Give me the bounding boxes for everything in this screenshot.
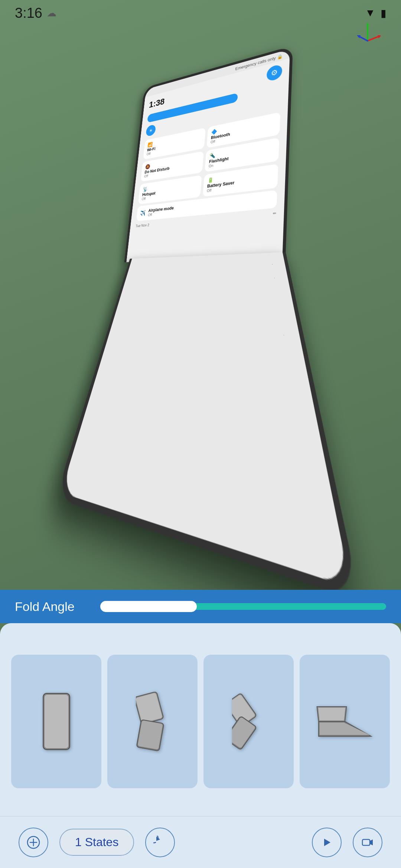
axes-icon: [355, 20, 381, 46]
thumbnails-row: [0, 623, 401, 816]
reset-button[interactable]: [145, 828, 175, 857]
phone-lower: [55, 252, 361, 602]
thumbnail-more-fold[interactable]: [203, 655, 294, 788]
svg-marker-5: [357, 35, 361, 38]
status-time: 3:16: [15, 5, 42, 21]
thumbnail-table-mode[interactable]: [300, 655, 390, 788]
toolbar-left: 1 States: [19, 828, 175, 857]
play-button[interactable]: [312, 828, 342, 857]
screen-edit-icon: ✏: [273, 211, 277, 216]
fold-angle-thumb[interactable]: [100, 601, 197, 612]
cloud-icon: ☁: [47, 7, 56, 19]
bottom-toolbar: 1 States: [0, 816, 401, 868]
screen-time: 1:38: [149, 96, 165, 110]
states-pill[interactable]: 1 States: [59, 829, 134, 856]
states-label: 1 States: [75, 835, 118, 849]
phone-screen-lower: [61, 252, 351, 588]
phone-upper: Emergency calls only 🔒 1:38 ⚙ ☀ �: [124, 46, 293, 262]
svg-marker-19: [319, 723, 369, 735]
phone-mockup: Emergency calls only 🔒 1:38 ⚙ ☀ �: [103, 43, 300, 494]
screen-date: Tue Nov 2: [136, 223, 150, 228]
bottom-panel: 1 States: [0, 623, 401, 868]
thumb-phone-slight-fold: [136, 692, 169, 751]
svg-line-2: [368, 36, 380, 41]
svg-rect-11: [137, 720, 163, 750]
svg-rect-25: [362, 839, 370, 845]
toolbar-right: [312, 828, 382, 857]
status-bar: 3:16 ☁ ▼ ▮: [0, 0, 401, 26]
thumbnail-flat[interactable]: [11, 655, 101, 788]
power-button[interactable]: [290, 119, 293, 138]
add-button[interactable]: [19, 828, 48, 857]
svg-marker-24: [324, 839, 330, 846]
thumb-phone-flat: [40, 692, 73, 751]
thumbnail-slight-fold[interactable]: [107, 655, 198, 788]
phone-screen-upper: Emergency calls only 🔒 1:38 ⚙ ☀ �: [126, 49, 290, 262]
svg-marker-1: [366, 22, 369, 26]
fold-angle-label: Fold Angle: [15, 599, 89, 614]
thumb-phone-table-mode: [315, 705, 375, 738]
viewport: Emergency calls only 🔒 1:38 ⚙ ☀ �: [0, 0, 401, 623]
battery-icon: ▮: [381, 7, 386, 19]
status-right: ▼ ▮: [365, 7, 386, 19]
volume-down-button[interactable]: [291, 95, 293, 113]
fold-angle-panel: Fold Angle: [0, 590, 401, 623]
fold-angle-track[interactable]: [100, 603, 386, 610]
qs-active-icon: ☀: [146, 124, 156, 137]
svg-marker-17: [318, 708, 345, 721]
svg-rect-7: [45, 695, 68, 748]
screen-settings-btn[interactable]: ⚙: [266, 64, 282, 82]
airplane-tile-icon: ✈️: [140, 210, 146, 217]
status-left: 3:16 ☁: [15, 5, 56, 21]
phone-side-buttons: [290, 71, 293, 138]
record-button[interactable]: [353, 828, 382, 857]
volume-up-button[interactable]: [291, 71, 293, 89]
wifi-icon: ▼: [365, 7, 375, 19]
thumb-phone-more-fold: [232, 692, 265, 751]
